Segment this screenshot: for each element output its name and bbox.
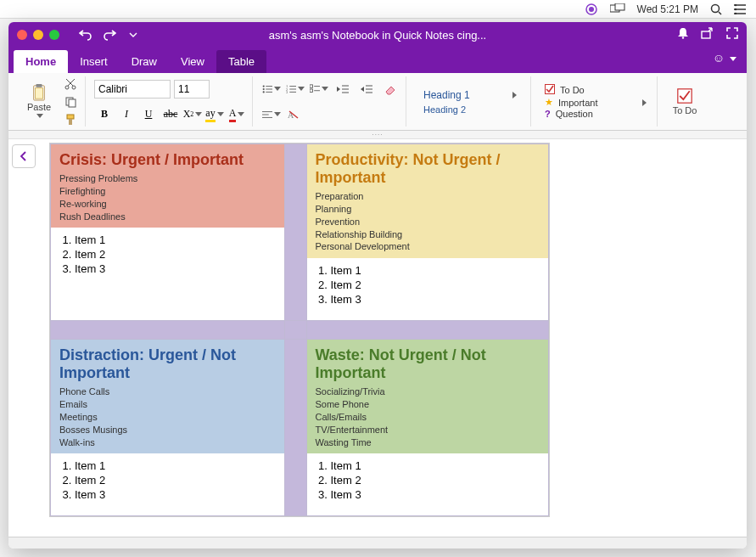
- page-canvas[interactable]: Crisis: Urgent / Important Pressing Prob…: [8, 139, 747, 537]
- svg-point-12: [682, 37, 684, 38]
- todo-big-button[interactable]: To Do: [666, 87, 703, 117]
- feedback-button[interactable]: ☺: [713, 51, 736, 65]
- quadrant-waste[interactable]: Waste: Not Urgent / Not Important Social…: [306, 340, 549, 516]
- heading1-label: Heading 1: [423, 89, 470, 101]
- menu-icon[interactable]: [734, 4, 746, 14]
- fullscreen-icon[interactable]: [726, 27, 738, 42]
- q4-items[interactable]: Item 1Item 2Item 3: [316, 459, 540, 502]
- style-heading1[interactable]: Heading 1: [423, 89, 517, 101]
- list-item[interactable]: Item 3: [331, 292, 540, 307]
- list-item: Preparation: [316, 190, 540, 203]
- list-item[interactable]: Item 2: [331, 473, 540, 487]
- window-controls: [17, 30, 59, 40]
- tab-home[interactable]: Home: [14, 50, 68, 73]
- q3-items[interactable]: Item 1Item 2Item 3: [59, 459, 276, 502]
- minimize-window-button[interactable]: [33, 30, 43, 40]
- eraser-button[interactable]: [380, 80, 400, 98]
- heading2-label: Heading 2: [423, 104, 466, 115]
- displays-icon[interactable]: [610, 3, 625, 15]
- q4-subs: Socializing/TriviaSome PhoneCalls/Emails…: [316, 385, 540, 448]
- q2-items[interactable]: Item 1Item 2Item 3: [316, 263, 540, 307]
- styles-group: Heading 1 Heading 2: [410, 76, 531, 127]
- highlight-button[interactable]: ay: [204, 105, 225, 124]
- q1-title: Crisis: Urgent / Important: [59, 151, 276, 169]
- tags-group: To Do ★Important ?Question: [535, 76, 658, 127]
- underline-button[interactable]: U: [138, 105, 159, 124]
- q3-subs: Phone CallsEmailsMeetingsBosses MusingsW…: [59, 385, 276, 448]
- redo-button[interactable]: [98, 25, 120, 44]
- font-group: B I U abc X2 ay A: [89, 76, 253, 127]
- subscript-button[interactable]: X2: [182, 105, 203, 124]
- list-item: Prevention: [316, 216, 540, 228]
- svg-line-5: [719, 12, 721, 14]
- clock[interactable]: Wed 5:21 PM: [637, 3, 698, 15]
- notifications-icon[interactable]: [677, 27, 689, 42]
- tab-insert[interactable]: Insert: [68, 50, 120, 73]
- list-item[interactable]: Item 2: [331, 278, 540, 292]
- quadrant-productivity[interactable]: Productivity: Not Urgent / Important Pre…: [306, 144, 549, 321]
- list-item[interactable]: Item 2: [75, 247, 276, 262]
- paste-button[interactable]: Paste: [20, 83, 58, 120]
- ribbon-collapse-handle[interactable]: ····: [8, 131, 747, 139]
- font-color-button[interactable]: A: [227, 105, 247, 124]
- list-item: Rush Deadlines: [59, 211, 276, 223]
- list-item: TV/Entertainment: [316, 424, 540, 436]
- list-item[interactable]: Item 3: [75, 262, 276, 276]
- list-item: Bosses Musings: [59, 424, 276, 436]
- list-item[interactable]: Item 2: [75, 473, 276, 487]
- font-name-select[interactable]: [94, 80, 171, 98]
- tag-question[interactable]: ?Question: [545, 109, 647, 119]
- list-item[interactable]: Item 1: [75, 233, 276, 247]
- svg-rect-37: [310, 89, 312, 92]
- spotlight-icon[interactable]: [710, 3, 722, 15]
- list-item: Calls/Emails: [316, 411, 540, 424]
- q1-items[interactable]: Item 1Item 2Item 3: [59, 233, 276, 276]
- font-size-select[interactable]: [174, 80, 210, 98]
- todo-big-label: To Do: [673, 105, 697, 115]
- tab-view[interactable]: View: [169, 50, 216, 73]
- copy-button[interactable]: [61, 94, 80, 110]
- list-item[interactable]: Item 1: [331, 459, 540, 473]
- list-item[interactable]: Item 3: [75, 487, 276, 502]
- style-heading2[interactable]: Heading 2: [423, 104, 517, 115]
- list-item: Firefighting: [59, 185, 276, 198]
- qat-customize-button[interactable]: [122, 25, 144, 44]
- zoom-window-button[interactable]: [49, 30, 59, 40]
- tag-todo[interactable]: To Do: [545, 84, 647, 96]
- cut-button[interactable]: [61, 76, 80, 92]
- strike-button[interactable]: abc: [160, 105, 181, 124]
- list-item[interactable]: Item 3: [331, 487, 540, 502]
- list-item: Relationship Building: [316, 228, 540, 241]
- share-icon[interactable]: [701, 27, 714, 42]
- list-item: Emails: [59, 398, 276, 411]
- indent-button[interactable]: [356, 80, 377, 98]
- italic-button[interactable]: I: [116, 105, 137, 124]
- do-not-disturb-icon[interactable]: [585, 3, 598, 16]
- tag-important[interactable]: ★Important: [545, 97, 647, 108]
- matrix-gap: [284, 144, 306, 321]
- checklist-button[interactable]: [309, 80, 329, 98]
- undo-button[interactable]: [75, 25, 97, 44]
- list-item[interactable]: Item 1: [331, 263, 540, 278]
- format-painter-button[interactable]: [61, 112, 80, 127]
- tab-draw[interactable]: Draw: [120, 50, 169, 73]
- svg-point-9: [735, 4, 736, 6]
- close-window-button[interactable]: [17, 30, 27, 40]
- quick-access-toolbar: [75, 25, 144, 44]
- matrix-gap: [284, 340, 306, 516]
- svg-point-4: [712, 4, 720, 12]
- back-button[interactable]: [12, 144, 36, 168]
- align-button[interactable]: [261, 105, 282, 124]
- list-item[interactable]: Item 1: [75, 459, 276, 473]
- quadrant-distraction[interactable]: Distraction: Urgent / Not Important Phon…: [51, 340, 285, 516]
- numbering-button[interactable]: 123: [285, 80, 305, 98]
- tab-table[interactable]: Table: [216, 50, 266, 73]
- ribbon: Paste B I U abc X2 ay A: [8, 73, 747, 131]
- bold-button[interactable]: B: [94, 105, 115, 124]
- quadrant-crisis[interactable]: Crisis: Urgent / Important Pressing Prob…: [51, 144, 285, 321]
- todo-group: To Do: [661, 76, 708, 127]
- tag-question-label: Question: [556, 109, 593, 119]
- bullets-button[interactable]: [261, 80, 282, 98]
- clear-format-button[interactable]: A: [283, 105, 304, 124]
- outdent-button[interactable]: [333, 80, 353, 98]
